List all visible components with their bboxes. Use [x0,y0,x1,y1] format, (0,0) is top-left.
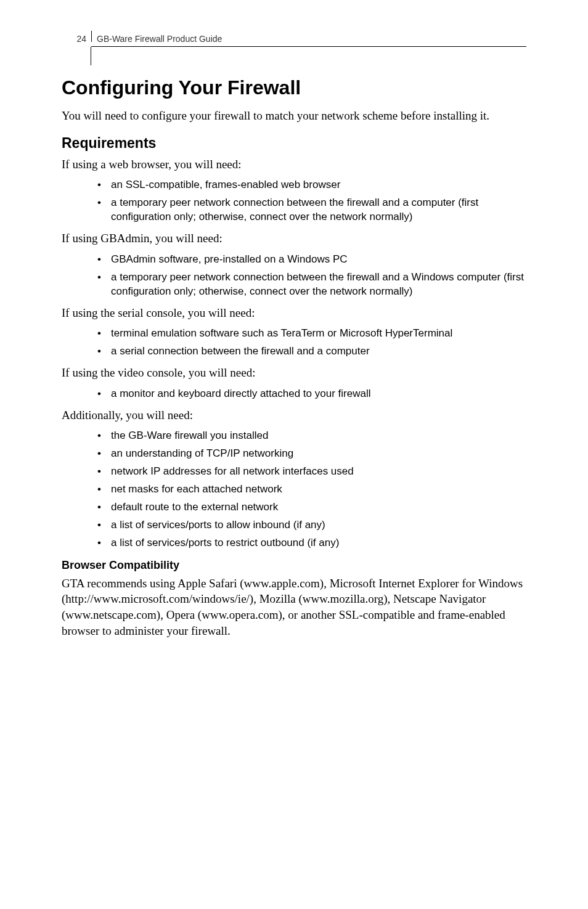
list-item: terminal emulation software such as Tera… [62,327,526,341]
requirements-heading: Requirements [62,135,526,152]
list-item: network IP addresses for all network int… [62,465,526,479]
intro-paragraph: You will need to configure your firewall… [62,108,526,124]
web-intro: If using a web browser, you will need: [62,157,526,173]
list-item: GBAdmin software, pre-installed on a Win… [62,253,526,267]
serial-list: terminal emulation software such as Tera… [62,327,526,359]
running-header: 24 GB-Ware Firewall Product Guide [62,31,526,44]
running-title: GB-Ware Firewall Product Guide [97,34,222,44]
page-container: 24 GB-Ware Firewall Product Guide Config… [0,0,588,682]
header-rule-vertical [91,47,526,65]
gbadmin-list: GBAdmin software, pre-installed on a Win… [62,253,526,299]
gbadmin-intro: If using GBAdmin, you will need: [62,230,526,247]
list-item: an SSL-compatible, frames-enabled web br… [62,178,526,192]
list-item: a list of services/ports to restrict out… [62,536,526,550]
list-item: a temporary peer network connection betw… [62,196,526,224]
list-item: a list of services/ports to allow inboun… [62,518,526,532]
list-item: an understanding of TCP/IP networking [62,447,526,461]
page-title: Configuring Your Firewall [62,76,526,99]
browser-compat-body: GTA recommends using Apple Safari (www.a… [62,576,526,639]
additional-intro: Additionally, you will need: [62,407,526,423]
list-item: a temporary peer network connection betw… [62,271,526,299]
list-item: the GB-Ware firewall you installed [62,429,526,443]
browser-compat-heading: Browser Compatibility [62,559,526,572]
list-item: default route to the external network [62,500,526,515]
list-item: a monitor and keyboard directly attached… [62,387,526,401]
video-list: a monitor and keyboard directly attached… [62,387,526,401]
header-divider [91,31,92,42]
additional-list: the GB-Ware firewall you installed an un… [62,429,526,550]
page-number: 24 [62,34,91,44]
web-list: an SSL-compatible, frames-enabled web br… [62,178,526,224]
list-item: a serial connection between the firewall… [62,344,526,359]
serial-intro: If using the serial console, you will ne… [62,305,526,321]
list-item: net masks for each attached network [62,483,526,497]
video-intro: If using the video console, you will nee… [62,365,526,381]
